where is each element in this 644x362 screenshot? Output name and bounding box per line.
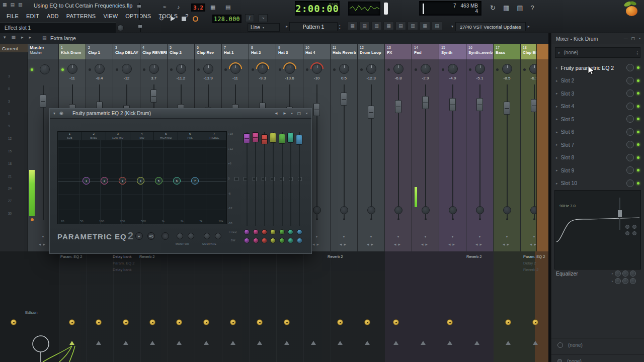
effect-slot[interactable]: ▸ Slot 6 xyxy=(552,126,643,139)
gain-slider-handle[interactable] xyxy=(252,132,259,142)
channel-knob[interactable] xyxy=(447,319,453,325)
send-slot-2[interactable]: (none) xyxy=(551,354,644,362)
eq-band-token[interactable]: 7 xyxy=(191,177,199,185)
track-route-up-icon[interactable]: ▼ xyxy=(439,235,466,238)
slot-label[interactable]: Slot 3 xyxy=(561,90,575,97)
eq-band-tab[interactable]: 1 SUB xyxy=(58,132,82,140)
effect-slot[interactable]: ▸ Slot 10 xyxy=(552,177,643,190)
gain-slider-handle[interactable] xyxy=(279,134,285,144)
track-header[interactable]: 7 Hat 1 xyxy=(222,44,249,59)
effect-slot[interactable]: ▸ Slot 9 xyxy=(552,164,643,177)
eq-band-token[interactable]: 3 xyxy=(119,177,126,185)
slot-mix-knob[interactable] xyxy=(626,103,634,110)
track-route-side-icons[interactable]: ◀▶ xyxy=(385,243,412,246)
selector-stepper[interactable]: ▴▾ xyxy=(636,50,638,55)
metronome-icon[interactable]: ♪ xyxy=(177,4,180,10)
piano-roll-window-icon[interactable]: ▥ xyxy=(371,22,382,30)
plugin-detach-icon[interactable]: ▪ xyxy=(291,112,293,116)
track-header[interactable]: 9 Hat 3 xyxy=(276,44,303,59)
channel-knob[interactable] xyxy=(176,319,182,325)
mixer-track-strip[interactable]: 14 Pad -2.9 ▼ ◀▶ xyxy=(412,44,439,251)
slot-mix-knob[interactable] xyxy=(626,128,634,136)
effect-slot[interactable]: ▸ Fruity parametric EQ 2 xyxy=(552,61,643,74)
document-icon[interactable]: ▤ xyxy=(11,3,15,7)
channel-knob[interactable] xyxy=(203,319,209,325)
plugin-menu-icon[interactable]: ▾ xyxy=(53,112,55,116)
track-enable-led[interactable] xyxy=(279,68,281,71)
track-pan-knob[interactable] xyxy=(366,64,376,74)
track-route-up-icon[interactable]: ▼ xyxy=(466,235,493,238)
snap-selector[interactable]: Line ▾ xyxy=(248,23,280,32)
slot-enable-led[interactable] xyxy=(637,66,639,69)
track-sep-knob[interactable] xyxy=(340,206,348,214)
menu-file[interactable]: FILE xyxy=(7,13,19,19)
track-record-led[interactable] xyxy=(370,218,372,220)
mixer-window-icon[interactable]: ▤ xyxy=(395,22,406,30)
effect-slot[interactable]: ▸ Slot 8 xyxy=(552,151,643,164)
master-pan-knob[interactable] xyxy=(40,64,50,74)
track-sep-knob[interactable] xyxy=(367,206,375,214)
track-pan-knob[interactable] xyxy=(421,64,431,74)
slot-arrow-icon[interactable]: ▸ xyxy=(556,182,558,185)
track-header[interactable]: 4 Clap REVERB xyxy=(140,44,167,59)
bw-knob[interactable] xyxy=(262,238,267,243)
effect-slot[interactable]: ▸ Slot 5 xyxy=(552,113,643,126)
stop-button[interactable] xyxy=(182,17,186,21)
track-enable-led[interactable] xyxy=(360,68,363,71)
slot-label[interactable]: Slot 10 xyxy=(561,180,578,186)
slot-enable-led[interactable] xyxy=(637,182,639,185)
mixer-track-strip[interactable]: 12 Drum Loop -12.3 ▼ ◀▶ xyxy=(358,44,385,251)
slot-enable-led[interactable] xyxy=(637,118,639,120)
eq-band-tab[interactable]: 3 LOW MID xyxy=(106,132,130,140)
compare-knob-left[interactable] xyxy=(204,233,210,239)
slot-mix-knob[interactable] xyxy=(626,179,634,187)
channel-knob[interactable] xyxy=(11,319,17,325)
slot-enable-led[interactable] xyxy=(637,131,639,133)
panel-close-icon[interactable]: × xyxy=(638,37,641,41)
channel-arrow-icon[interactable] xyxy=(365,341,370,345)
track-enable-led[interactable] xyxy=(496,68,499,71)
track-header[interactable]: 10 Hat 4 xyxy=(303,44,330,59)
paint-tool-icon[interactable]: ~ xyxy=(259,14,268,22)
eq-band-token[interactable]: 6 xyxy=(173,177,181,185)
bw-knob[interactable] xyxy=(244,238,250,243)
effect-slot[interactable]: ▸ Slot 7 xyxy=(552,138,643,151)
sync-icon[interactable]: ↻ xyxy=(490,5,496,11)
time-display[interactable]: 2:00:00 M:S:CS xyxy=(295,1,340,16)
track-19-partial[interactable] xyxy=(536,44,548,251)
eq-band-tab[interactable]: 5 HIGH MID xyxy=(154,132,178,140)
plugin-close-icon[interactable]: × xyxy=(305,112,308,116)
mixer-track-strip[interactable]: 15 Synth -4.9 ▼ ◀▶ xyxy=(439,44,466,251)
eq-mid-knob[interactable] xyxy=(622,270,628,277)
pattern-prev-icon[interactable]: ▸ xyxy=(286,25,288,29)
eq-low-knob[interactable] xyxy=(615,270,621,277)
eq-band-token[interactable]: 5 xyxy=(155,177,163,185)
channel-knob[interactable] xyxy=(96,319,102,325)
track-enable-led[interactable] xyxy=(523,68,526,71)
track-header[interactable]: 13 FX xyxy=(385,44,412,59)
slot-label[interactable]: Slot 2 xyxy=(561,77,575,83)
track-route-side-icons[interactable]: ◀▶ xyxy=(494,243,520,246)
track-fader-handle[interactable] xyxy=(422,96,429,109)
channel-arrow-icon[interactable] xyxy=(230,341,235,345)
track-pan-knob[interactable] xyxy=(448,64,458,74)
slot-mix-knob[interactable] xyxy=(626,89,634,97)
track-sep-knob[interactable] xyxy=(449,206,457,214)
tools-icon[interactable]: ▤ xyxy=(432,22,442,30)
channel-knob[interactable] xyxy=(505,319,511,325)
slot-mix-knob[interactable] xyxy=(626,141,634,148)
gain-slider-handle[interactable] xyxy=(296,135,302,145)
updates-next-icon[interactable]: ▸ xyxy=(528,25,530,29)
bw-knob[interactable] xyxy=(253,238,259,243)
master-pitch-slider[interactable] xyxy=(137,3,141,20)
slot-label[interactable]: Slot 4 xyxy=(561,103,575,109)
track-eq-preview[interactable]: 90Hz 7.0 xyxy=(554,190,641,269)
slot-arrow-icon[interactable]: ▸ xyxy=(556,92,558,95)
slot-mix-knob[interactable] xyxy=(626,64,634,71)
freq-knob[interactable] xyxy=(297,229,302,235)
track-route-side-icons[interactable]: ◀▶ xyxy=(412,243,439,246)
slot-arrow-icon[interactable]: ▸ xyxy=(556,105,558,108)
channel-knob[interactable] xyxy=(393,319,399,325)
gain-slider-handle[interactable] xyxy=(244,133,250,143)
master-fader-handle[interactable] xyxy=(40,95,46,108)
